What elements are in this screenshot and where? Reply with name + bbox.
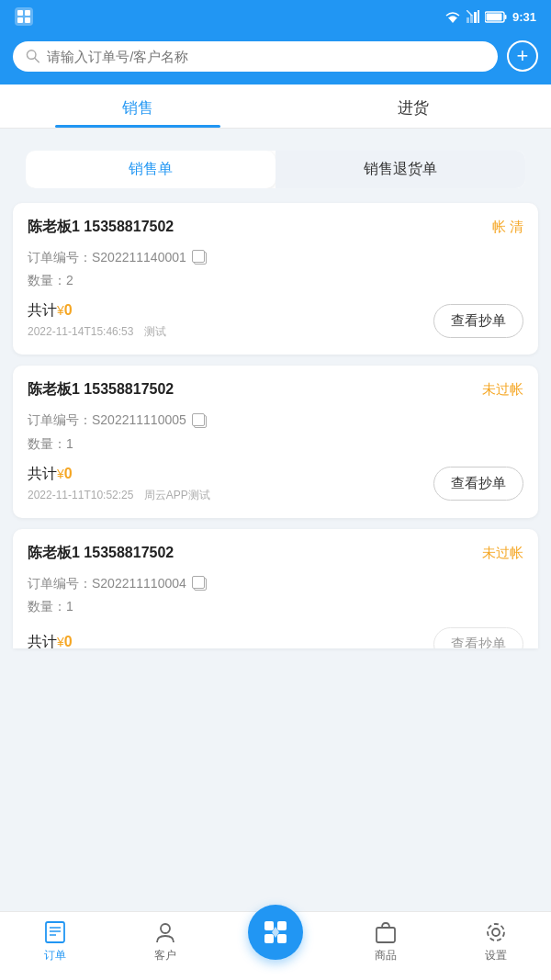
customers-label: 客户: [154, 948, 176, 963]
sub-tabs-container: 销售单 销售退货单: [0, 129, 551, 203]
home-center-icon: [248, 905, 303, 960]
svg-rect-22: [277, 921, 287, 930]
copy-icon[interactable]: [194, 415, 207, 428]
view-receipt-button[interactable]: 查看抄单: [433, 304, 523, 338]
nav-item-settings[interactable]: 设置: [441, 919, 551, 963]
customer-name: 陈老板1 15358817502: [28, 380, 174, 400]
copy-icon[interactable]: [194, 252, 207, 265]
svg-line-10: [467, 10, 472, 16]
order-card-header: 陈老板1 15358817502 未过帐: [28, 544, 523, 563]
svg-rect-23: [264, 934, 274, 943]
svg-rect-8: [474, 12, 477, 23]
nav-item-products[interactable]: 商品: [331, 919, 441, 963]
svg-rect-21: [264, 921, 274, 930]
products-label: 商品: [375, 948, 397, 963]
order-card-partial: 陈老板1 15358817502 未过帐 订单编号：S202211110004 …: [13, 529, 538, 648]
order-card-header: 陈老板1 15358817502 帐 清: [28, 218, 523, 237]
status-bar-right: 9:31: [444, 10, 536, 24]
order-datetime: 2022-11-11T10:52:25 周云APP测试: [28, 488, 210, 503]
settings-icon: [483, 919, 509, 945]
nav-item-orders[interactable]: 订单: [0, 919, 110, 963]
status-bar-left: [15, 7, 33, 26]
app-icon: [15, 7, 33, 26]
nav-item-home[interactable]: [220, 923, 331, 960]
order-quantity: 数量：1: [28, 433, 523, 456]
status-bar: 9:31: [0, 0, 551, 33]
search-icon: [26, 49, 39, 63]
subtab-sales-order[interactable]: 销售单: [26, 151, 276, 188]
svg-rect-0: [15, 7, 33, 26]
products-icon: [373, 919, 399, 945]
order-total: 共计¥0: [28, 465, 210, 484]
settings-label: 设置: [485, 948, 507, 963]
svg-rect-12: [504, 15, 506, 19]
order-status: 未过帐: [482, 545, 523, 562]
svg-rect-3: [17, 17, 23, 23]
customers-icon: [152, 919, 178, 945]
wifi-icon: [444, 10, 461, 23]
bottom-spacer: [0, 648, 551, 731]
orders-list: 陈老板1 15358817502 帐 清 订单编号：S202211140001 …: [0, 203, 551, 648]
customer-name: 陈老板1 15358817502: [28, 544, 174, 563]
battery-icon: [485, 11, 507, 23]
orders-label: 订单: [44, 948, 66, 963]
svg-rect-4: [25, 17, 30, 23]
svg-rect-1: [17, 10, 23, 16]
view-receipt-button[interactable]: 查看抄单: [433, 467, 523, 501]
order-quantity: 数量：2: [28, 269, 523, 292]
nav-item-customers[interactable]: 客户: [110, 919, 220, 963]
order-footer-left: 共计¥0 2022-11-11T10:52:25 周云APP测试: [28, 465, 210, 503]
bottom-nav: 订单 客户: [0, 911, 551, 980]
svg-rect-9: [478, 10, 479, 23]
add-order-button[interactable]: +: [507, 40, 538, 72]
order-footer-left: 共计¥0: [28, 633, 73, 648]
svg-rect-27: [377, 928, 395, 942]
svg-point-20: [161, 924, 170, 933]
time-display: 9:31: [512, 10, 536, 24]
search-input[interactable]: [47, 49, 485, 64]
view-receipt-button[interactable]: 查看抄单: [433, 627, 523, 648]
order-number: 订单编号：S202211110004: [28, 572, 523, 595]
tab-purchase[interactable]: 进货: [276, 84, 551, 128]
order-card-header: 陈老板1 15358817502 未过帐: [28, 380, 523, 400]
order-meta: 订单编号：S202211140001 数量：2: [28, 246, 523, 292]
order-footer: 共计¥0 查看抄单: [28, 627, 523, 648]
order-status: 未过帐: [482, 381, 523, 399]
svg-rect-6: [467, 17, 469, 23]
order-quantity: 数量：1: [28, 595, 523, 618]
order-total: 共计¥0: [28, 301, 166, 321]
order-card: 陈老板1 15358817502 帐 清 订单编号：S202211140001 …: [13, 203, 538, 355]
main-tabs: 销售 进货: [0, 84, 551, 129]
order-meta: 订单编号：S202211110005 数量：1: [28, 409, 523, 455]
svg-rect-2: [25, 10, 30, 16]
customer-name: 陈老板1 15358817502: [28, 218, 174, 237]
orders-icon: [42, 919, 68, 945]
subtab-sales-return[interactable]: 销售退货单: [276, 151, 525, 188]
order-footer: 共计¥0 2022-11-14T15:46:53 测试 查看抄单: [28, 301, 523, 340]
order-status: 帐 清: [492, 219, 523, 236]
svg-rect-13: [486, 13, 501, 20]
search-bar: +: [0, 33, 551, 84]
order-card: 陈老板1 15358817502 未过帐 订单编号：S202211110005 …: [13, 366, 538, 517]
order-number: 订单编号：S202211110005: [28, 409, 523, 432]
svg-line-15: [35, 58, 39, 62]
order-datetime: 2022-11-14T15:46:53 测试: [28, 324, 166, 340]
signal-icon: [467, 10, 479, 23]
svg-rect-24: [277, 934, 287, 943]
sub-tabs: 销售单 销售退货单: [26, 151, 525, 188]
copy-icon[interactable]: [194, 578, 207, 591]
svg-point-29: [488, 924, 504, 941]
order-footer-left: 共计¥0 2022-11-14T15:46:53 测试: [28, 301, 166, 340]
tab-sales[interactable]: 销售: [0, 84, 276, 128]
svg-rect-16: [46, 922, 64, 942]
order-footer: 共计¥0 2022-11-11T10:52:25 周云APP测试 查看抄单: [28, 465, 523, 503]
search-input-wrap[interactable]: [13, 41, 498, 72]
order-total: 共计¥0: [28, 633, 73, 648]
order-number: 订单编号：S202211140001: [28, 246, 523, 269]
svg-point-28: [492, 929, 500, 936]
order-meta: 订单编号：S202211110004 数量：1: [28, 572, 523, 618]
